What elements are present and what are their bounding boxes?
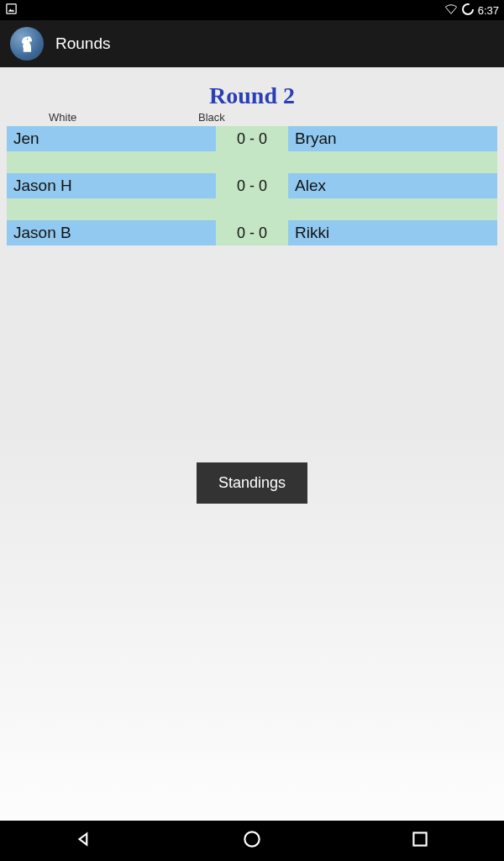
svg-point-1 bbox=[463, 4, 473, 14]
svg-point-2 bbox=[27, 39, 28, 40]
table-row[interactable]: Jason H 0 - 0 Alex bbox=[7, 173, 497, 198]
back-icon[interactable] bbox=[73, 828, 95, 853]
recent-icon[interactable] bbox=[409, 828, 431, 853]
pairings-table: Jen 0 - 0 Bryan Jason H 0 - 0 Alex Jason… bbox=[7, 126, 497, 246]
white-player: Jason H bbox=[7, 173, 216, 198]
score: 0 - 0 bbox=[223, 173, 281, 198]
content: Round 2 White Black Jen 0 - 0 Bryan Jaso… bbox=[0, 67, 504, 504]
svg-rect-4 bbox=[413, 832, 426, 845]
knight-icon bbox=[10, 27, 44, 61]
header-white: White bbox=[49, 111, 76, 124]
table-row[interactable]: Jen 0 - 0 Bryan bbox=[7, 126, 497, 151]
white-player: Jason B bbox=[7, 220, 216, 246]
standings-button[interactable]: Standings bbox=[197, 462, 307, 504]
svg-rect-0 bbox=[7, 4, 16, 13]
black-player: Alex bbox=[288, 173, 497, 198]
table-row[interactable]: Jason B 0 - 0 Rikki bbox=[7, 220, 497, 246]
status-bar: 6:37 bbox=[0, 0, 504, 20]
wifi-icon bbox=[444, 3, 458, 18]
app-title: Rounds bbox=[55, 34, 111, 53]
score: 0 - 0 bbox=[223, 126, 281, 151]
table-headers: White Black bbox=[0, 111, 504, 126]
navigation-bar bbox=[0, 821, 504, 861]
black-player: Rikki bbox=[288, 220, 497, 246]
loading-icon bbox=[461, 3, 475, 18]
score: 0 - 0 bbox=[223, 220, 281, 246]
status-time: 6:37 bbox=[478, 4, 499, 17]
svg-point-3 bbox=[244, 832, 259, 846]
home-icon[interactable] bbox=[241, 828, 263, 853]
white-player: Jen bbox=[7, 126, 216, 151]
round-title: Round 2 bbox=[0, 82, 504, 109]
black-player: Bryan bbox=[288, 126, 497, 151]
header-black: Black bbox=[198, 111, 225, 124]
gallery-icon bbox=[5, 3, 18, 18]
app-bar: Rounds bbox=[0, 20, 504, 67]
